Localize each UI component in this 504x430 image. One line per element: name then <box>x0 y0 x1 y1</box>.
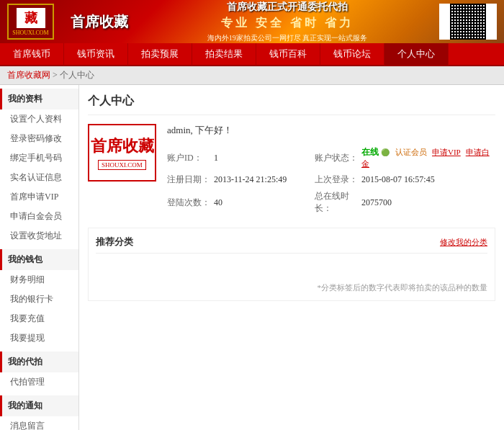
login-count-value: 40 <box>214 188 315 217</box>
apply-vip-link[interactable]: 申请VIP <box>432 148 461 156</box>
main-content: 我的资料 设置个人资料 登录密码修改 绑定手机号码 实名认证信息 首席申请VIP… <box>0 85 504 430</box>
nav-item-profile[interactable]: 个人中心 <box>384 42 449 66</box>
login-count-label: 登陆次数： <box>167 188 214 217</box>
recommend-header: 推荐分类 修改我的分类 <box>96 236 487 254</box>
last-login-label: 上次登录： <box>315 171 361 188</box>
nav-item-forum[interactable]: 钱币论坛 <box>320 42 384 66</box>
status-value: 在线 🟢 认证会员 申请VIP 申请白金 <box>361 144 495 171</box>
sidebar-item-bank[interactable]: 我的银行卡 <box>0 290 78 309</box>
page-title: 个人中心 <box>88 94 495 115</box>
header-slogan-sub: 专业 安全 省时 省力 <box>221 16 354 31</box>
sidebar-item-apply-gold[interactable]: 申请白金会员 <box>0 207 78 226</box>
user-id-value: 1 <box>214 144 315 171</box>
logo-area: 藏 SHOUXI.COM 首席收藏 <box>0 0 135 43</box>
header-center: 首席收藏正式开通委托代拍 专业 安全 省时 省力 海内外19家拍卖公司一网打尽 … <box>135 1 439 43</box>
recommend-section: 推荐分类 修改我的分类 *分类标签后的数字代表即将拍卖的该品种的数量 <box>88 228 495 301</box>
reg-date-label: 注册日期： <box>167 171 214 188</box>
user-id-label: 账户ID： <box>167 144 214 171</box>
profile-section: 首席收藏 SHOUXI.COM admin, 下午好！ 账户ID： 1 账户状态… <box>88 124 495 217</box>
sidebar-item-bind-phone[interactable]: 绑定手机号码 <box>0 148 78 168</box>
nav-item-wiki[interactable]: 钱币百科 <box>256 42 320 66</box>
sidebar-item-realname[interactable]: 实名认证信息 <box>0 168 78 187</box>
avatar-site: SHOUXI.COM <box>98 160 146 170</box>
logo-box: 藏 SHOUXI.COM <box>7 4 54 40</box>
total-time-value: 2075700 <box>361 188 495 217</box>
logo-cn-text: 首席收藏 <box>71 12 128 32</box>
header-slogan-desc: 海内外19家拍卖公司一网打尽 真正实现一站式服务 <box>207 33 368 43</box>
nav-item-news[interactable]: 钱币资讯 <box>64 42 128 66</box>
nav-item-preview[interactable]: 拍卖预展 <box>128 42 192 66</box>
qr-code-box <box>439 4 497 40</box>
nav-item-coins[interactable]: 首席钱币 <box>0 42 64 66</box>
breadcrumb-current: 个人中心 <box>60 70 94 80</box>
breadcrumb: 首席收藏网 > 个人中心 <box>0 66 504 85</box>
nav-item-results[interactable]: 拍卖结果 <box>192 42 256 66</box>
avatar-icon: 首席收藏 <box>91 135 154 157</box>
sidebar-item-set-profile[interactable]: 设置个人资料 <box>0 109 78 129</box>
edit-category-link[interactable]: 修改我的分类 <box>440 237 487 248</box>
info-row-regdate-lastlogin: 注册日期： 2013-11-24 21:25:49 上次登录： 2015-08-… <box>167 171 495 188</box>
sidebar-item-apply-vip[interactable]: 首席申请VIP <box>0 187 78 207</box>
recommend-title: 推荐分类 <box>96 236 133 248</box>
sidebar-item-withdraw[interactable]: 我要提现 <box>0 328 78 348</box>
content-area: 个人中心 首席收藏 SHOUXI.COM admin, 下午好！ 账户ID： 1… <box>79 85 504 430</box>
sidebar-section-mydata: 我的资料 <box>0 89 78 109</box>
info-row-logincount-totaltime: 登陆次数： 40 总在线时长： 2075700 <box>167 188 495 217</box>
total-time-label: 总在线时长： <box>315 188 361 217</box>
sidebar-item-change-pwd[interactable]: 登录密码修改 <box>0 129 78 148</box>
logo-title: 首席收藏 <box>71 12 128 32</box>
sidebar-item-address[interactable]: 设置收货地址 <box>0 226 78 246</box>
sidebar-section-proxy: 我的代拍 <box>0 351 78 372</box>
last-login-value: 2015-08-07 16:57:45 <box>361 171 495 188</box>
sidebar-item-finance[interactable]: 财务明细 <box>0 270 78 290</box>
info-table: 账户ID： 1 账户状态： 在线 🟢 认证会员 申请VIP 申请白金 注册日期： <box>167 144 495 217</box>
sidebar-section-notify: 我的通知 <box>0 395 78 416</box>
reg-date-value: 2013-11-24 21:25:49 <box>214 171 315 188</box>
status-label: 账户状态： <box>315 144 361 171</box>
navigation: 首席钱币 钱币资讯 拍卖预展 拍卖结果 钱币百科 钱币论坛 个人中心 <box>0 43 504 66</box>
status-cert: 认证会员 <box>395 148 427 156</box>
breadcrumb-separator: > <box>53 70 60 80</box>
logo-icon: 藏 <box>17 8 45 28</box>
header: 藏 SHOUXI.COM 首席收藏 首席收藏正式开通委托代拍 专业 安全 省时 … <box>0 0 504 43</box>
sidebar-item-recharge[interactable]: 我要充值 <box>0 309 78 328</box>
breadcrumb-home[interactable]: 首席收藏网 <box>7 70 50 80</box>
sidebar: 我的资料 设置个人资料 登录密码修改 绑定手机号码 实名认证信息 首席申请VIP… <box>0 85 79 430</box>
user-info: admin, 下午好！ 账户ID： 1 账户状态： 在线 🟢 认证会员 申请VI… <box>167 124 495 217</box>
status-online: 在线 <box>361 147 379 157</box>
online-icon: 🟢 <box>381 148 390 156</box>
avatar: 首席收藏 SHOUXI.COM <box>88 124 156 182</box>
logo-site-text: SHOUXI.COM <box>12 30 48 36</box>
greeting-text: admin, 下午好！ <box>167 124 495 137</box>
sidebar-item-proxy-manage[interactable]: 代拍管理 <box>0 372 78 392</box>
info-row-id-status: 账户ID： 1 账户状态： 在线 🟢 认证会员 申请VIP 申请白金 <box>167 144 495 171</box>
recommend-note: *分类标签后的数字代表即将拍卖的该品种的数量 <box>96 261 487 293</box>
sidebar-item-messages[interactable]: 消息留言 <box>0 416 78 430</box>
sidebar-section-wallet: 我的钱包 <box>0 249 78 270</box>
header-slogan-main: 首席收藏正式开通委托代拍 <box>227 1 348 14</box>
qr-code <box>450 4 486 40</box>
